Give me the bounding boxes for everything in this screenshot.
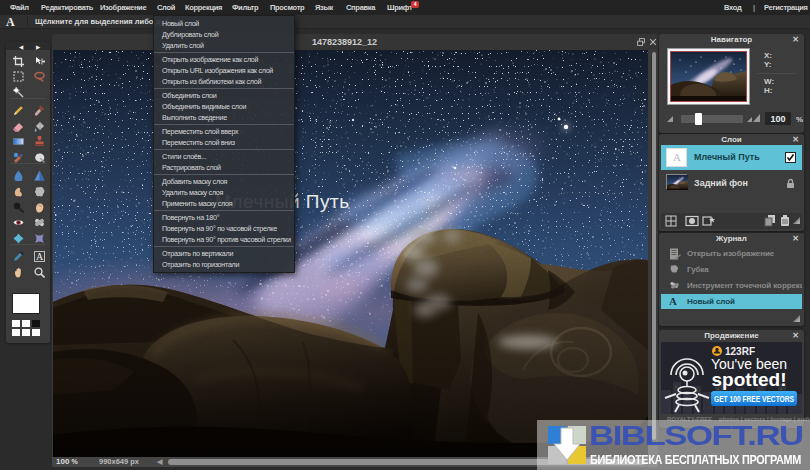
svg-text:%: %: [796, 115, 803, 124]
svg-text:spotted!: spotted!: [712, 369, 787, 390]
svg-text:100: 100: [770, 114, 785, 124]
svg-text:GET 100 FREE VECTORS: GET 100 FREE VECTORS: [714, 394, 794, 404]
svg-text:A: A: [36, 251, 44, 262]
